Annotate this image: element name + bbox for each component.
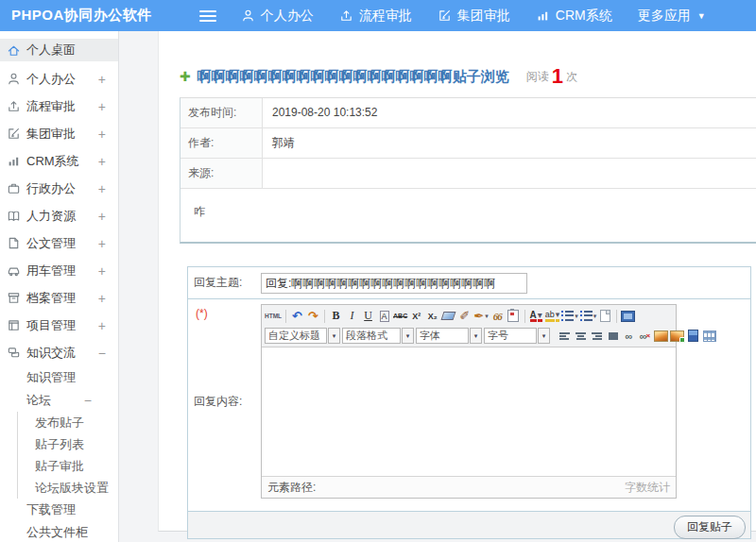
media-button[interactable] xyxy=(685,328,701,345)
sidebar-item-knowledge-exchange[interactable]: 知识交流− xyxy=(0,339,118,366)
nav-item-label: 个人办公 xyxy=(261,8,314,25)
expand-toggle-icon[interactable]: + xyxy=(98,99,106,114)
fullscreen-button[interactable] xyxy=(620,308,636,325)
new-document-button[interactable] xyxy=(597,308,613,325)
align-center-button[interactable] xyxy=(573,328,589,345)
sidebar-item-personal-office[interactable]: 个人办公+ xyxy=(0,65,118,93)
post-info-label: 作者: xyxy=(180,128,263,158)
redo-button[interactable]: ↷ xyxy=(305,308,321,325)
bold-button[interactable]: B xyxy=(328,308,344,325)
align-left-button[interactable] xyxy=(557,328,573,345)
format-painter-button[interactable]: ✐ xyxy=(456,308,472,325)
subscript-button[interactable]: X₂ xyxy=(424,308,440,325)
sidebar-item-project-management[interactable]: 项目管理+ xyxy=(0,312,118,339)
ordered-list-button[interactable]: ▾ xyxy=(560,308,579,325)
sidebar-item-forum[interactable]: 论坛− xyxy=(0,389,118,412)
html-source-button[interactable]: HTML xyxy=(264,308,283,325)
button-glyph: ABC xyxy=(393,313,407,319)
sidebar-item-label: 论坛 xyxy=(26,392,51,409)
post-content: 咋 xyxy=(180,189,756,242)
editor-content-area[interactable] xyxy=(262,347,676,476)
sidebar-item-vehicle-management[interactable]: 用车管理+ xyxy=(0,257,118,284)
strikethrough-button[interactable]: ABC xyxy=(392,308,408,325)
sidebar-item-public-file-cabinet[interactable]: 公共文件柜 xyxy=(0,521,118,542)
expand-toggle-icon[interactable]: + xyxy=(98,154,106,169)
nav-item-workflow-approval[interactable]: 流程审批 xyxy=(339,8,412,25)
font-family-select[interactable]: 字体▾ xyxy=(416,328,482,344)
reply-subject-input[interactable] xyxy=(261,273,527,294)
expand-toggle-icon[interactable]: − xyxy=(84,393,92,408)
align-right-button[interactable] xyxy=(589,328,605,345)
expand-toggle-icon[interactable]: + xyxy=(98,236,106,251)
font-style-button[interactable]: A xyxy=(376,308,392,325)
blockquote-button[interactable]: 66 xyxy=(490,308,506,325)
undo-button[interactable]: ↶ xyxy=(289,308,305,325)
sidebar-item-knowledge-management[interactable]: 知识管理 xyxy=(0,366,118,389)
button-glyph: ↷ xyxy=(308,309,318,323)
highlight-color-button[interactable]: ab▾ xyxy=(544,308,561,325)
custom-title-select[interactable]: 自定义标题▾ xyxy=(265,328,340,344)
unlink-button[interactable]: ∞× xyxy=(637,328,653,345)
expand-toggle-icon[interactable]: + xyxy=(98,291,106,306)
user-icon xyxy=(241,8,255,23)
underline-button[interactable]: U xyxy=(360,308,376,325)
sidebar-item-post-create[interactable]: 发布贴子 xyxy=(17,412,118,433)
word-count-label: 字数统计 xyxy=(625,480,670,496)
button-glyph: ✒ xyxy=(473,309,484,323)
sidebar-item-label: 论坛版块设置 xyxy=(35,480,109,497)
image-button[interactable] xyxy=(653,328,669,345)
flash-button[interactable] xyxy=(669,328,685,345)
sidebar-item-post-approval[interactable]: 贴子审批 xyxy=(17,455,118,477)
paint-color-button[interactable]: ✒▾ xyxy=(472,308,489,325)
remove-format-button[interactable] xyxy=(440,308,456,325)
sidebar-item-label: 集团审批 xyxy=(26,126,76,143)
post-info-table: 发布时间:2019-08-20 10:13:52作者:郭靖来源: 咋 xyxy=(180,97,756,244)
unordered-list-button[interactable]: ▾ xyxy=(579,308,598,325)
superscript-button[interactable]: X² xyxy=(408,308,424,325)
sidebar-item-group-approval[interactable]: 集团审批+ xyxy=(0,120,118,147)
expand-toggle-icon[interactable]: + xyxy=(98,72,106,87)
menu-icon[interactable] xyxy=(199,8,216,25)
sidebar-item-human-resources[interactable]: 人力资源+ xyxy=(0,202,118,229)
sidebar-item-label: 个人办公 xyxy=(26,71,76,88)
paste-button[interactable] xyxy=(506,308,522,325)
sidebar-item-document-management[interactable]: 公文管理+ xyxy=(0,229,118,257)
reply-submit-button[interactable]: 回复贴子 xyxy=(674,516,746,539)
sidebar-item-forum-board-settings[interactable]: 论坛版块设置 xyxy=(17,477,118,499)
expand-toggle-icon[interactable]: + xyxy=(98,318,106,333)
nav-item-group-approval[interactable]: 集团审批 xyxy=(438,8,510,25)
sidebar-item-label: CRM系统 xyxy=(26,153,79,170)
font-color-button[interactable]: A▾ xyxy=(528,308,544,325)
sidebar-item-archive-management[interactable]: 档案管理+ xyxy=(0,284,118,312)
link-button[interactable]: ∞ xyxy=(621,328,637,345)
reply-subject-label: 回复主题: (*) xyxy=(188,267,256,298)
sidebar-item-label: 个人桌面 xyxy=(26,42,76,59)
table-button[interactable] xyxy=(701,328,717,345)
nav-item-personal-office[interactable]: 个人办公 xyxy=(241,8,314,25)
caret-down-icon: ▾ xyxy=(538,311,542,322)
sidebar-item-crm-system[interactable]: CRM系统+ xyxy=(0,147,118,175)
project-icon xyxy=(7,318,21,332)
nav-item-crm-system[interactable]: CRM系统 xyxy=(536,8,612,25)
expand-toggle-icon[interactable]: + xyxy=(98,127,106,142)
sidebar-item-personal-desktop[interactable]: 个人桌面 xyxy=(0,39,118,61)
expand-toggle-icon[interactable]: + xyxy=(98,181,106,196)
button-glyph: B xyxy=(333,309,340,323)
expand-toggle-icon[interactable]: + xyxy=(98,263,106,279)
toolbar-separator xyxy=(285,310,286,323)
nav-item-more-apps[interactable]: 更多应用▼ xyxy=(638,8,706,25)
sidebar-item-download-management[interactable]: 下载管理 xyxy=(0,499,118,521)
sidebar-item-post-list[interactable]: 贴子列表 xyxy=(17,433,118,455)
italic-button[interactable]: I xyxy=(344,308,360,325)
font-size-select[interactable]: 字号▾ xyxy=(484,328,550,344)
sidebar-item-label: 发布贴子 xyxy=(35,415,84,432)
paragraph-format-select[interactable]: 段落格式▾ xyxy=(342,328,414,344)
sidebar-item-workflow-approval[interactable]: 流程审批+ xyxy=(0,93,118,120)
sidebar-item-admin-office[interactable]: 行政办公+ xyxy=(0,175,118,202)
unlink-x-mark: × xyxy=(646,331,651,340)
sidebar-item-label: 贴子审批 xyxy=(35,458,84,475)
expand-toggle-icon[interactable]: + xyxy=(98,209,106,224)
caret-down-icon: ▾ xyxy=(593,313,597,320)
align-justify-button[interactable] xyxy=(605,328,621,345)
expand-toggle-icon[interactable]: − xyxy=(98,346,106,361)
